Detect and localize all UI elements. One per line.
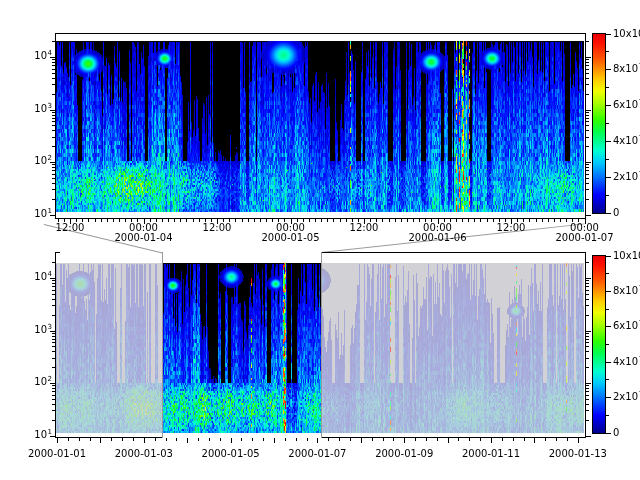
y-minor-tick — [52, 420, 55, 421]
colorbar-tick-label: 8x107 — [613, 285, 640, 298]
y-minor-tick-right — [586, 59, 589, 60]
x-minor-tick — [113, 219, 114, 222]
colorbar-minor-tick — [606, 51, 609, 52]
x-minor-tick — [487, 219, 488, 222]
y-minor-tick-right — [586, 404, 589, 405]
y-minor-tick-right — [586, 167, 589, 168]
colorbar-major-tick — [606, 213, 611, 214]
x-major-tick — [57, 438, 58, 443]
x-minor-tick — [529, 219, 530, 222]
y-minor-tick — [52, 78, 55, 79]
colorbar-tick-label: 0 — [613, 427, 619, 438]
colorbar-tick-label: 2x107 — [613, 171, 640, 184]
colorbar-tick-label: 10x107 — [613, 28, 640, 41]
y-minor-tick — [52, 280, 55, 281]
y-minor-tick-right — [586, 305, 589, 306]
x-minor-tick — [176, 438, 177, 441]
x-minor-tick — [383, 438, 384, 441]
colorbar-major-tick — [606, 362, 611, 363]
x-minor-tick — [166, 438, 167, 441]
y-tick-label: 103 — [26, 103, 52, 116]
y-tick-label: 102 — [26, 376, 52, 389]
x-minor-tick — [346, 219, 347, 222]
y-tick-label: 101 — [26, 208, 52, 221]
y-major-tick-right — [586, 162, 591, 163]
x-minor-tick — [101, 219, 102, 222]
colorbar-minor-tick — [606, 309, 609, 310]
colorbar-major-tick — [606, 105, 611, 106]
exponent: 3 — [48, 102, 52, 110]
selected-interval-canvas[interactable] — [163, 263, 321, 433]
y-minor-tick — [52, 73, 55, 74]
y-minor-tick — [52, 290, 55, 291]
x-minor-tick — [458, 438, 459, 441]
x-minor-tick — [419, 219, 420, 222]
x-minor-tick — [393, 438, 394, 441]
x-minor-tick — [122, 438, 123, 441]
y-minor-tick-right — [586, 121, 589, 122]
x-minor-tick — [556, 438, 557, 441]
y-minor-tick — [52, 41, 55, 42]
y-minor-tick-right — [586, 280, 589, 281]
y-tick-label: 103 — [26, 324, 52, 337]
x-minor-tick — [462, 219, 463, 222]
y-minor-tick-right — [586, 283, 589, 284]
x-date-label: 2000-01-07 — [555, 232, 613, 243]
x-date-label: 2000-01-01 — [28, 448, 86, 459]
colorbar-tick-label: 8x107 — [613, 63, 640, 76]
x-major-tick — [317, 438, 318, 443]
x-minor-tick — [554, 219, 555, 222]
x-minor-tick — [174, 219, 175, 222]
y-minor-tick — [52, 339, 55, 340]
colorbar-minor-tick — [606, 273, 609, 274]
x-date-label: 2000-01-09 — [375, 448, 433, 459]
y-minor-tick-right — [586, 146, 589, 147]
y-major-tick-right — [586, 331, 591, 332]
colorbar-major-tick — [606, 397, 611, 398]
colorbar-tick-label: 6x107 — [613, 99, 640, 112]
x-minor-tick — [548, 219, 549, 222]
x-minor-tick — [186, 219, 187, 222]
y-minor-tick — [52, 189, 55, 190]
y-major-tick-right — [586, 436, 591, 437]
x-major-tick — [578, 438, 579, 443]
colorbar-tick-label: 2x107 — [613, 391, 640, 404]
colorbar-major-tick — [606, 34, 611, 35]
x-minor-tick — [88, 219, 89, 222]
x-minor-tick — [542, 219, 543, 222]
y-major-tick-right — [586, 57, 591, 58]
y-tick-label: 101 — [26, 429, 52, 442]
colorbar-minor-tick — [606, 195, 609, 196]
y-minor-tick — [52, 410, 55, 411]
x-minor-tick — [502, 438, 503, 441]
x-time-label: 12:00 — [497, 222, 526, 233]
x-date-label: 2000-01-11 — [462, 448, 520, 459]
y-minor-tick — [52, 59, 55, 60]
exponent: 1 — [48, 428, 52, 436]
y-minor-tick-right — [586, 262, 589, 263]
colorbar-minor-tick — [606, 123, 609, 124]
x-minor-tick — [90, 438, 91, 441]
y-minor-tick — [52, 286, 55, 287]
x-minor-tick — [321, 219, 322, 222]
y-minor-tick-right — [586, 346, 589, 347]
x-minor-tick — [235, 219, 236, 222]
x-minor-tick — [493, 219, 494, 222]
y-minor-tick-right — [586, 391, 589, 392]
y-minor-tick — [52, 388, 55, 389]
y-major-tick-right — [586, 278, 591, 279]
x-minor-tick — [339, 438, 340, 441]
x-minor-tick — [266, 219, 267, 222]
detail-spectrogram-canvas[interactable] — [56, 41, 584, 212]
y-minor-tick-right — [586, 333, 589, 334]
x-minor-tick — [263, 438, 264, 441]
y-minor-tick-right — [586, 339, 589, 340]
y-minor-tick-right — [586, 65, 589, 66]
x-major-tick — [448, 438, 449, 443]
y-minor-tick-right — [586, 94, 589, 95]
x-minor-tick — [413, 219, 414, 222]
x-minor-tick — [79, 438, 80, 441]
y-minor-tick — [52, 333, 55, 334]
y-minor-tick — [52, 395, 55, 396]
y-minor-tick-right — [586, 174, 589, 175]
